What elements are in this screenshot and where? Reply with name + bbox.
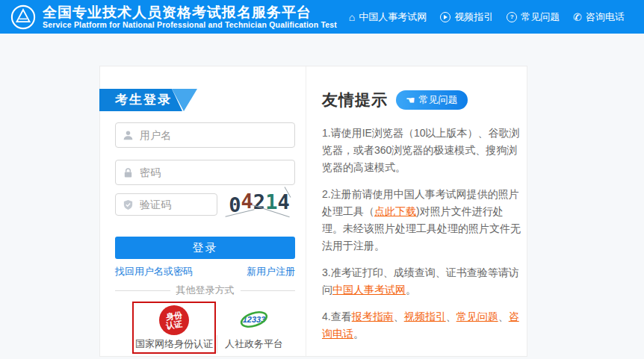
username-input[interactable] [140,129,288,141]
captcha-field-box [115,193,217,216]
nav-label: 中国人事考试网 [359,10,427,24]
nav-label: 视频指引 [454,10,493,24]
site-title-block: 全国专业技术人员资格考试报名服务平台 Service Platform for … [43,4,337,30]
captcha-digit: 0 [229,193,241,216]
captcha-digit: 2 [253,190,265,213]
tip-inline-link[interactable]: 常见问题 [456,310,498,322]
username-field-box [115,122,295,148]
tip-inline-link[interactable]: 视频指引 [404,310,446,322]
user-icon [123,130,134,141]
forgot-credentials-link[interactable]: 找回用户名或密码 [115,265,193,278]
method-national-identity-auth[interactable]: 身份 认证 国家网络身份认证 [133,302,215,351]
identity-auth-badge-icon: 身份 认证 [159,305,189,335]
nav-item-cpta-site[interactable]: ⌂ 中国人事考试网 [349,10,427,24]
nav-item-video-guide[interactable]: 视频指引 [440,10,493,24]
faq-pill-label: 常见问题 [419,93,458,107]
tips-panel: 友情提示 ☚ 常见问题 1.请使用IE浏览器（10以上版本）、谷歌浏览器，或者3… [306,66,527,356]
nav-item-hotline[interactable]: ✆ 咨询电话 [573,10,625,24]
other-login-label: 其他登录方式 [176,284,235,297]
site-subtitle: Service Platform for National Profession… [43,20,337,29]
faq-pill-button[interactable]: ☚ 常见问题 [396,90,468,110]
tip-inline-link[interactable]: 报考指南 [352,310,394,322]
tip-text: 1.请使用IE浏览器（10以上版本）、谷歌浏览器，或者360浏览器的极速模式、搜… [322,127,519,173]
tip-text: 4.查看 [322,310,352,322]
tip-text: 。 [353,328,364,340]
tip-text: 、 [394,310,404,322]
tip-item-1: 1.请使用IE浏览器（10以上版本）、谷歌浏览器，或者360浏览器的极速模式、搜… [322,125,521,176]
other-login-divider: 其他登录方式 [115,284,295,297]
login-button[interactable]: 登录 [115,237,295,259]
tip-text: 、 [498,310,509,322]
video-icon [440,12,451,22]
badge-text: 认证 [165,319,182,331]
pointing-hand-icon: ☚ [406,95,415,105]
password-input[interactable] [140,166,288,178]
other-login-methods: 身份 认证 国家网络身份认证 12333 人社政务平台 [100,302,309,358]
lock-icon [123,167,134,178]
method-label: 人社政务平台 [218,337,290,351]
site-title: 全国专业技术人员资格考试报名服务平台 [43,4,337,21]
tip-item-4: 4.查看报考指南、视频指引、常见问题、咨询电话。 [322,308,521,343]
question-icon: ? [507,12,517,22]
captcha-input[interactable] [140,199,210,210]
login-panel-title: 考生登录 [115,89,172,111]
method-mohrss-platform[interactable]: 12333 人社政务平台 [218,302,290,351]
method-label: 国家网络身份认证 [133,337,215,351]
main-card: 考生登录 04214 [99,66,527,357]
pta-logo-icon [10,4,36,30]
tip-item-2: 2.注册前请使用中国人事考试网提供的照片处理工具（点此下载)对照片文件进行处理。… [322,186,521,255]
top-nav: ⌂ 中国人事考试网 视频指引 ? 常见问题 ✆ 咨询电话 [349,10,625,24]
login-panel-ribbon: 考生登录 [99,89,198,111]
home-icon: ⌂ [349,12,355,22]
shield-check-icon [123,199,134,210]
tip-inline-link[interactable]: 点此下载 [374,205,416,217]
tip-text: 、 [446,310,456,322]
captcha-image[interactable]: 04214 [223,184,295,219]
tip-inline-link[interactable]: 中国人事考试网 [332,284,406,296]
password-field-box [115,160,295,185]
register-link[interactable]: 新用户注册 [247,265,295,278]
login-panel: 考生登录 04214 [100,66,306,356]
tips-title: 友情提示 [322,90,388,110]
tip-item-3: 3.准考证打印、成绩查询、证书查验等请访问中国人事考试网。 [322,264,521,299]
phone-icon: ✆ [573,12,582,22]
tips-header: 友情提示 ☚ 常见问题 [322,90,521,110]
header-bar: 全国专业技术人员资格考试报名服务平台 Service Platform for … [0,0,644,34]
mohrss-12333-logo-icon: 12333 [238,304,270,335]
method-label-separator [217,335,217,353]
tip-text: 。 [406,284,416,296]
nav-label: 咨询电话 [586,10,625,24]
captcha-digit: 4 [241,190,253,213]
nav-item-faq[interactable]: ? 常见问题 [507,10,560,24]
nav-label: 常见问题 [521,10,560,24]
tips-list: 1.请使用IE浏览器（10以上版本）、谷歌浏览器，或者360浏览器的极速模式、搜… [322,125,521,343]
login-links-row: 找回用户名或密码 新用户注册 [115,265,295,278]
